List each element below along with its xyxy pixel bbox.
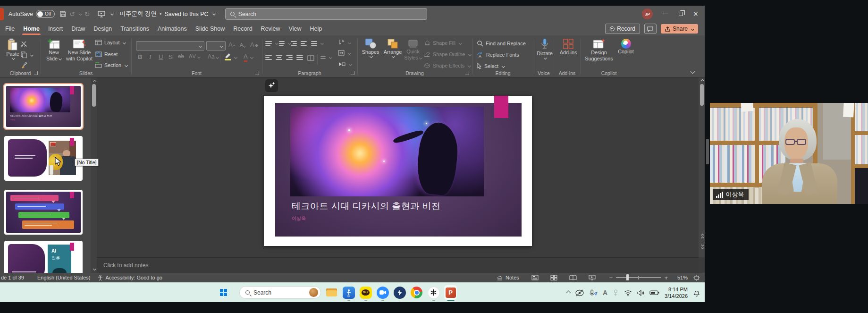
copilot-button[interactable]: Copilot (616, 39, 636, 55)
quick-access-dropdown-icon[interactable] (110, 12, 113, 16)
slide-subtitle[interactable]: 이상옥 (292, 215, 306, 222)
text-highlight-button[interactable] (224, 52, 237, 60)
canvas-scrollbar[interactable] (699, 77, 705, 257)
slide-thumbnail-1[interactable]: 테크아트 시대 디카시의 출현과 비전 이상옥 (4, 84, 83, 129)
justify-button[interactable] (296, 55, 303, 60)
copy-button[interactable] (21, 51, 33, 58)
autosave-toggle[interactable]: Off (36, 10, 55, 18)
shapes-button[interactable]: Shapes (360, 38, 381, 58)
wifi-icon[interactable] (624, 290, 632, 296)
tab-slide-show[interactable]: Slide Show (191, 23, 229, 35)
shape-fill-button[interactable]: Shape Fill (424, 40, 462, 46)
design-suggestions-button[interactable]: Design Suggestions (584, 38, 614, 62)
slide-thumbnail-4[interactable]: AI 인류 (4, 241, 83, 273)
account-avatar[interactable]: JP (642, 8, 653, 19)
slide-accent-rectangle[interactable] (494, 96, 508, 118)
select-button[interactable]: Select (477, 63, 505, 69)
zoom-icon[interactable] (376, 286, 389, 299)
align-left-button[interactable] (265, 55, 272, 60)
tab-home[interactable]: Home (19, 23, 44, 35)
tab-animations[interactable]: Animations (153, 23, 191, 35)
fit-slide-to-window-icon[interactable] (693, 275, 700, 281)
font-color-button[interactable]: A (244, 53, 253, 60)
strikethrough-button[interactable]: S (169, 53, 173, 60)
dictate-button[interactable]: Dictate (536, 38, 554, 59)
camera-off-icon[interactable] (575, 289, 584, 296)
start-button[interactable] (217, 286, 230, 299)
canvas-scrollbar-thumb[interactable] (700, 84, 704, 106)
bold-button[interactable]: B (138, 53, 142, 60)
align-text-button[interactable] (338, 50, 351, 56)
bullets-button[interactable] (265, 41, 278, 46)
section-button[interactable]: Section (95, 62, 127, 68)
shrink-font-button[interactable]: A (240, 42, 245, 48)
close-button[interactable]: × (693, 10, 698, 18)
restore-button[interactable] (679, 12, 683, 16)
tab-draw[interactable]: Draw (67, 23, 89, 35)
zoom-level[interactable]: 51% (674, 275, 688, 280)
slide-page[interactable]: 테크아트 시대 디카시의 출현과 비전 이상옥 (264, 96, 532, 246)
start-slideshow-icon[interactable] (98, 11, 105, 17)
ime-indicator[interactable]: A (603, 289, 607, 296)
paste-button[interactable]: Paste (4, 38, 22, 59)
taskbar-clock[interactable]: 8:14 PM 3/14/2026 (665, 286, 688, 300)
slide-thumbnail-3[interactable] (4, 190, 83, 235)
language-indicator[interactable]: English (United States) (37, 275, 91, 280)
undo-icon[interactable]: ↺ (69, 10, 75, 18)
document-title[interactable]: 미주문학 강연 • Saved to this PC (120, 10, 215, 18)
new-slide-button[interactable]: New Slide (43, 38, 64, 62)
zoom-out-button[interactable]: − (609, 274, 613, 281)
line-spacing-button[interactable] (311, 41, 323, 46)
share-button[interactable]: Share (661, 24, 698, 34)
canvas-scroll-up-icon[interactable] (701, 79, 704, 83)
tab-insert[interactable]: Insert (44, 23, 67, 35)
slide-number-indicator[interactable]: de 1 of 39 (1, 275, 24, 280)
arrange-button[interactable]: Arrange (382, 38, 404, 58)
slide-thumbnail-2[interactable] (4, 136, 83, 181)
record-button[interactable]: Record (605, 24, 640, 34)
new-slide-with-copilot-button[interactable]: New Slide with Copilot (65, 38, 93, 62)
grow-font-button[interactable]: A (228, 41, 235, 48)
tab-record[interactable]: Record (229, 23, 256, 35)
thumbnail-scrollbar-thumb[interactable] (92, 84, 96, 107)
designer-sparkle-button[interactable] (265, 79, 278, 92)
numbering-button[interactable] (278, 41, 291, 46)
collapse-ribbon-icon[interactable] (691, 69, 695, 74)
tab-transitions[interactable]: Transitions (116, 23, 153, 35)
tab-file[interactable]: File (1, 23, 19, 35)
slide-artwork[interactable] (290, 107, 484, 196)
zoom-slider[interactable] (616, 277, 661, 278)
thumbnail-scrollbar[interactable] (91, 77, 97, 273)
clipboard-dialog-launcher[interactable] (34, 71, 38, 75)
slide-title[interactable]: 테크아트 시대 디카시의 출현과 비전 (292, 200, 441, 212)
undo-dropdown-icon[interactable] (79, 12, 82, 16)
increase-indent-button[interactable] (301, 41, 307, 46)
save-icon[interactable] (59, 10, 67, 17)
volume-icon[interactable] (637, 290, 644, 296)
scroll-down-icon[interactable] (93, 267, 96, 271)
quick-styles-button[interactable]: Quick Styles (404, 39, 422, 61)
powerpoint-taskbar-icon[interactable]: P (444, 286, 457, 299)
convert-to-smartart-button[interactable] (338, 61, 352, 68)
lightning-app-icon[interactable] (393, 286, 406, 299)
clear-formatting-button[interactable]: A (250, 41, 258, 48)
shape-effects-button[interactable]: Shape Effects (424, 63, 471, 68)
change-case-button[interactable]: Aa (208, 53, 219, 60)
paragraph-dialog-launcher[interactable] (351, 71, 354, 75)
replace-fonts-button[interactable]: A Replace Fonts (477, 51, 519, 58)
layout-button[interactable]: Layout (95, 40, 126, 45)
reset-button[interactable]: Reset (95, 51, 118, 57)
search-box[interactable]: Search (225, 8, 427, 20)
add-ins-button[interactable]: Add-ins (557, 38, 580, 56)
tab-review[interactable]: Review (257, 23, 285, 35)
double-strikethrough-button[interactable]: ab (178, 53, 184, 59)
align-right-button[interactable] (286, 55, 293, 60)
find-and-replace-button[interactable]: Find and Replace (477, 40, 526, 47)
chrome-icon[interactable] (410, 286, 423, 299)
powerpoint-app-icon[interactable] (0, 8, 4, 20)
tab-help[interactable]: Help (305, 23, 326, 35)
title-dropdown-icon[interactable] (212, 12, 215, 16)
slide-show-view-icon[interactable] (589, 275, 596, 280)
taskbar-search-box[interactable]: Search (239, 286, 321, 299)
scroll-up-icon[interactable] (93, 80, 96, 83)
